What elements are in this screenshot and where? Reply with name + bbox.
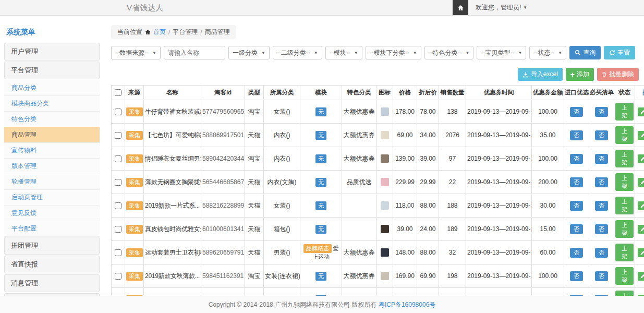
row-checkbox[interactable] — [115, 273, 121, 280]
edit-button[interactable] — [638, 154, 644, 163]
status-toggle[interactable]: 上架 — [615, 220, 634, 238]
feature-category-select[interactable]: --特色分类--▼ — [424, 46, 474, 59]
type-cell: 淘宝 — [245, 264, 264, 288]
row-checkbox[interactable] — [115, 249, 121, 256]
source-badge: 采集 — [126, 154, 143, 163]
batch-delete-button[interactable]: 批量删除 — [597, 68, 639, 81]
edit-button[interactable] — [638, 295, 644, 296]
import-select-toggle[interactable]: 否 — [570, 107, 583, 117]
sidebar-item-carousel[interactable]: 轮播管理 — [4, 174, 100, 190]
module-cell: 品牌精选爱上运动 — [300, 241, 342, 264]
row-checkbox[interactable] — [115, 202, 121, 209]
user-menu[interactable]: 欢迎您，管理员! ▼ — [476, 3, 527, 12]
sidebar-item-splash-page[interactable]: 启动页管理 — [4, 190, 100, 206]
status-toggle[interactable]: 上架 — [615, 244, 634, 261]
price-cell: 169.90 — [393, 264, 417, 288]
status-toggle[interactable]: 上架 — [615, 197, 634, 214]
row-checkbox[interactable] — [115, 109, 121, 115]
discount-price-cell: 88.00 — [417, 194, 439, 218]
import-select-toggle[interactable]: 否 — [570, 224, 583, 234]
row-checkbox[interactable] — [115, 226, 121, 233]
module-sub-select[interactable]: --模块下分类--▼ — [366, 46, 421, 59]
must-buy-toggle[interactable]: 否 — [595, 224, 608, 234]
edit-button[interactable] — [638, 225, 644, 234]
must-buy-toggle[interactable]: 否 — [595, 295, 608, 296]
must-buy-toggle[interactable]: 否 — [595, 107, 608, 117]
sidebar-item-goods-management[interactable]: 商品管理 — [4, 127, 100, 143]
import-excel-button[interactable]: 导入excel — [518, 68, 563, 81]
import-select-toggle[interactable]: 否 — [570, 271, 583, 281]
reset-button[interactable]: 重置 — [604, 46, 635, 59]
module-badge: 无 — [315, 107, 326, 116]
sidebar-item-saving-news[interactable]: 省直快报 — [4, 256, 100, 273]
edit-button[interactable] — [638, 248, 644, 257]
sidebar-item-message[interactable]: 消息管理 — [4, 274, 100, 292]
status-toggle[interactable]: 上架 — [615, 291, 634, 296]
category-cell: 男装() — [264, 241, 300, 264]
import-select-toggle[interactable]: 否 — [570, 130, 583, 140]
must-buy-toggle[interactable]: 否 — [595, 177, 608, 187]
module-select[interactable]: --模块--▼ — [325, 46, 362, 59]
sidebar-item-order[interactable]: 订单管理 — [4, 293, 100, 296]
level2-category-select[interactable]: --二级分类--▼ — [273, 46, 322, 59]
name-input[interactable] — [164, 46, 225, 59]
import-select-toggle[interactable]: 否 — [570, 295, 583, 296]
import-select-toggle[interactable]: 否 — [570, 201, 583, 211]
select-value: --特色分类-- — [429, 49, 462, 57]
edit-button[interactable] — [638, 201, 644, 210]
select-all-checkbox[interactable] — [115, 89, 121, 96]
level1-category-select[interactable]: 一级分类▼ — [228, 46, 270, 59]
search-button[interactable]: 查询 — [569, 46, 601, 59]
must-buy-toggle[interactable]: 否 — [595, 248, 608, 258]
must-buy-toggle[interactable]: 否 — [595, 271, 608, 281]
select-value: 一级分类 — [233, 49, 258, 57]
edit-button[interactable] — [638, 272, 644, 281]
status-toggle[interactable]: 上架 — [615, 103, 634, 121]
import-select-toggle[interactable]: 否 — [570, 248, 583, 258]
sidebar-item-module-goods-category[interactable]: 模块商品分类 — [4, 96, 100, 112]
edit-button[interactable] — [638, 178, 644, 187]
sidebar-item-users[interactable]: 用户管理 — [4, 43, 100, 61]
sidebar-item-platform[interactable]: 平台管理 — [4, 62, 100, 79]
row-checkbox[interactable] — [115, 155, 121, 162]
home-button[interactable] — [453, 0, 468, 15]
sidebar-item-feature-category[interactable]: 特色分类 — [4, 112, 100, 127]
data-source-select[interactable]: --数据来源--▼ — [111, 46, 161, 59]
pencil-icon — [640, 273, 644, 279]
status-toggle[interactable]: 上架 — [615, 150, 634, 167]
sidebar-item-feedback[interactable]: 意见反馈 — [4, 206, 100, 221]
sidebar-item-version[interactable]: 版本管理 — [4, 159, 100, 174]
row-checkbox[interactable] — [115, 132, 121, 139]
discount-price-cell: 34.00 — [417, 124, 439, 147]
feature-category-cell: 大额优惠券 — [342, 124, 376, 147]
add-button[interactable]: + 添加 — [566, 68, 594, 81]
status-select[interactable]: --状态--▼ — [529, 46, 566, 59]
must-buy-toggle[interactable]: 否 — [595, 201, 608, 211]
icp-link[interactable]: 粤ICP备16098006号 — [379, 301, 435, 308]
sidebar-item-platform-config[interactable]: 平台配置 — [4, 221, 100, 237]
import-select-toggle[interactable]: 否 — [570, 154, 583, 164]
source-badge: 采集 — [126, 107, 143, 116]
filter-controls: --数据来源--▼一级分类▼--二级分类--▼--模块--▼--模块下分类--▼… — [111, 46, 566, 59]
row-checkbox[interactable] — [115, 179, 121, 186]
type-cell: 天猫 — [245, 124, 264, 147]
must-buy-toggle[interactable]: 否 — [595, 154, 608, 164]
status-toggle[interactable]: 上架 — [615, 267, 634, 285]
status-toggle[interactable]: 上架 — [615, 173, 634, 191]
operations-cell — [635, 288, 644, 296]
sidebar-item-goods-category[interactable]: 商品分类 — [4, 80, 100, 96]
breadcrumb-item-goods: 商品管理 — [205, 28, 230, 37]
price-cell: 39.00 — [393, 218, 417, 241]
edit-button[interactable] — [638, 131, 644, 140]
taoke-id-cell: 565446685867 — [201, 171, 245, 194]
status-toggle[interactable]: 上架 — [615, 126, 634, 144]
import-select-toggle[interactable]: 否 — [570, 177, 583, 187]
item-type-select[interactable]: --宝贝类型--▼ — [477, 46, 526, 59]
edit-button[interactable] — [638, 107, 644, 116]
products-table: 来源名称淘客id类型所属分类模块特色分类图标价格折后价销售数量优惠券时间优惠券金… — [111, 85, 644, 296]
breadcrumb-home-link[interactable]: 首页 — [153, 28, 166, 37]
must-buy-toggle[interactable]: 否 — [595, 130, 608, 140]
sidebar-item-promo-material[interactable]: 宣传物料 — [4, 143, 100, 159]
coupon-time-cell: 2019-09-13—2019-09-20 — [466, 147, 532, 171]
sidebar-item-group-buy[interactable]: 拼团管理 — [4, 237, 100, 255]
